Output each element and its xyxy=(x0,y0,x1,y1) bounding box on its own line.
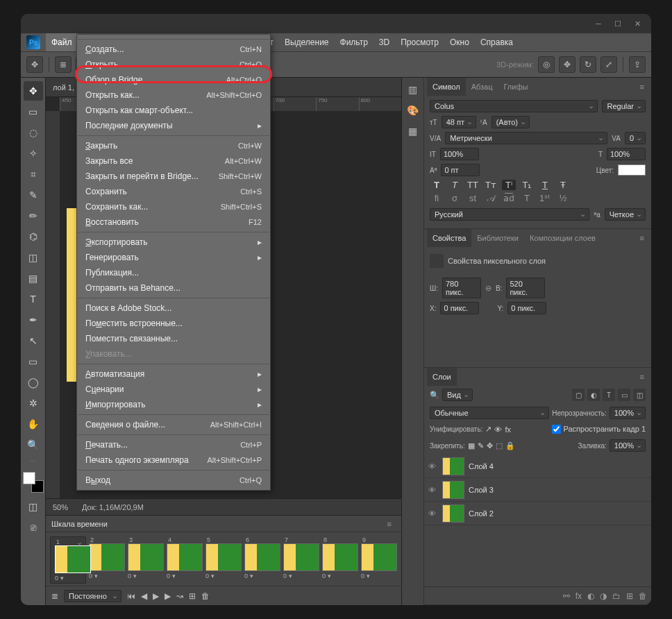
tab-glyphs[interactable]: Глифы xyxy=(498,78,534,96)
lock-trans-icon[interactable]: ▦ xyxy=(468,441,475,450)
menuitem-Сведения о файле...[interactable]: Сведения о файле...Alt+Shift+Ctrl+I xyxy=(77,417,270,432)
panel-menu-icon[interactable]: ≡ xyxy=(636,83,648,91)
zoom-level[interactable]: 50% xyxy=(53,503,68,511)
menuitem-Открыть как...[interactable]: Открыть как...Alt+Shift+Ctrl+O xyxy=(77,87,270,103)
underline-button[interactable]: T xyxy=(538,180,552,190)
menuitem-Автоматизация[interactable]: Автоматизация▸ xyxy=(77,366,270,382)
adjust-icon[interactable]: ◑ xyxy=(600,591,607,601)
lock-paint-icon[interactable]: ✎ xyxy=(478,441,484,450)
move-tool[interactable]: ✥ xyxy=(24,81,43,101)
hand-tool[interactable]: ✋ xyxy=(24,414,43,434)
gradient-tool[interactable]: ▤ xyxy=(24,269,43,288)
screenmode-tool[interactable]: ⎚ xyxy=(24,518,43,537)
vscale-input[interactable]: 100% xyxy=(440,148,479,160)
propagate-checkbox[interactable]: Распространить кадр 1 xyxy=(552,425,646,434)
bold-button[interactable]: T xyxy=(430,180,444,190)
fx-icon[interactable]: fx xyxy=(576,591,582,601)
menuitem-Поместить связанные...[interactable]: Поместить связанные... xyxy=(77,331,270,346)
menuitem-Генерировать[interactable]: Генерировать▸ xyxy=(77,250,270,265)
menuitem-Создать...[interactable]: Создать...Ctrl+N xyxy=(77,42,270,57)
pan-icon[interactable]: ✥ xyxy=(559,56,576,73)
text-color-swatch[interactable] xyxy=(618,164,646,176)
crop-tool[interactable]: ⌗ xyxy=(24,164,43,184)
layer-row[interactable]: 👁Слой 3 xyxy=(424,478,651,502)
move-tool-icon[interactable]: ✥ xyxy=(26,56,43,73)
rect-tool[interactable]: ▭ xyxy=(24,352,43,371)
lang-select[interactable]: Русский xyxy=(430,208,589,221)
font-select[interactable]: Colus xyxy=(430,100,598,112)
menuitem-Экспортировать[interactable]: Экспортировать▸ xyxy=(77,235,270,250)
frame-1[interactable]: 10 ▾ xyxy=(50,536,86,584)
x-input[interactable]: 0 пикс. xyxy=(440,302,479,314)
menuitem-Закрыть и перейти в Bridge...[interactable]: Закрыть и перейти в Bridge...Shift+Ctrl+… xyxy=(77,169,270,184)
first-frame-button[interactable]: ⏮ xyxy=(127,591,135,601)
group-icon[interactable]: 🗀 xyxy=(612,591,621,601)
width-input[interactable]: 780 пикс. xyxy=(442,278,481,298)
menuitem-Выход[interactable]: ВыходCtrl+Q xyxy=(77,473,270,488)
tab-layers[interactable]: Слои xyxy=(427,368,457,386)
filter-shape-icon[interactable]: ▭ xyxy=(618,389,630,401)
panel-menu-icon[interactable]: ≡ xyxy=(636,234,648,242)
height-input[interactable]: 520 пикс. xyxy=(506,278,545,298)
maximize-button[interactable]: ☐ xyxy=(608,14,628,33)
frame-2[interactable]: 20 ▾ xyxy=(89,536,125,579)
frame-8[interactable]: 80 ▾ xyxy=(322,536,358,579)
menu-Окно[interactable]: Окно xyxy=(444,33,475,51)
menuitem-Обзор в Bridge...[interactable]: Обзор в Bridge...Alt+Ctrl+O xyxy=(77,72,270,87)
filter-adjust-icon[interactable]: ◐ xyxy=(587,389,600,401)
custom-tool[interactable]: ✲ xyxy=(24,393,43,413)
menuitem-Поиск в Adobe Stock...[interactable]: Поиск в Adobe Stock... xyxy=(77,300,270,316)
zoom-icon[interactable]: ⤢ xyxy=(600,56,617,73)
lasso-tool[interactable]: ◌ xyxy=(24,123,43,142)
leading-select[interactable]: (Авто) xyxy=(492,116,530,128)
menuitem-Поместить встроенные...[interactable]: Поместить встроенные... xyxy=(77,316,270,331)
tab-layercomps[interactable]: Композиции слоев xyxy=(524,229,601,247)
eraser-tool[interactable]: ◫ xyxy=(24,248,43,267)
next-frame-button[interactable]: ▶ xyxy=(165,591,171,601)
blend-select[interactable]: Обычные xyxy=(430,407,549,419)
tracking-input[interactable]: 0 xyxy=(625,132,646,144)
pen-tool[interactable]: ✒ xyxy=(24,310,43,330)
unify-pos-icon[interactable]: ↗ xyxy=(485,425,492,434)
play-button[interactable]: ▶ xyxy=(153,591,159,601)
text-tool[interactable]: T xyxy=(24,289,43,309)
eyedropper-tool[interactable]: ✎ xyxy=(24,185,43,205)
menu-Справка[interactable]: Справка xyxy=(475,33,519,51)
menuitem-Открыть как смарт-объект...[interactable]: Открыть как смарт-объект... xyxy=(77,103,270,118)
link-layers-icon[interactable]: ⚯ xyxy=(563,591,570,601)
hscale-input[interactable]: 100% xyxy=(607,148,646,160)
layer-row[interactable]: 👁Слой 4 xyxy=(424,455,651,478)
aa-select[interactable]: Четкое xyxy=(605,208,646,221)
share-icon[interactable]: ⇪ xyxy=(629,56,646,73)
menu-Файл[interactable]: Файл xyxy=(46,33,78,51)
filter-pixel-icon[interactable]: ▢ xyxy=(572,389,585,401)
color-icon[interactable]: 🎨 xyxy=(405,103,421,118)
wand-tool[interactable]: ✧ xyxy=(24,144,43,163)
ellipse-tool[interactable]: ◯ xyxy=(24,373,43,392)
visibility-icon[interactable]: 👁 xyxy=(428,509,438,518)
delete-frame-button[interactable]: 🗑 xyxy=(201,591,210,601)
menuitem-Печать одного экземпляра[interactable]: Печать одного экземпляраAlt+Shift+Ctrl+P xyxy=(77,452,270,468)
smallcaps-button[interactable]: Tᴛ xyxy=(484,180,498,190)
fill-input[interactable]: 100% xyxy=(610,439,646,452)
strike-button[interactable]: Ŧ xyxy=(556,180,570,190)
frame-7[interactable]: 70 ▾ xyxy=(283,536,319,579)
menuitem-Публикация...[interactable]: Публикация... xyxy=(77,265,270,280)
frame-4[interactable]: 40 ▾ xyxy=(167,536,203,579)
frame-5[interactable]: 50 ▾ xyxy=(205,536,242,579)
allcaps-button[interactable]: TT xyxy=(466,180,480,190)
opacity-input[interactable]: 100% xyxy=(610,407,646,419)
tab-paragraph[interactable]: Абзац xyxy=(466,78,498,96)
menuitem-Закрыть[interactable]: ЗакрытьCtrl+W xyxy=(77,138,270,153)
menuitem-Сценарии[interactable]: Сценарии▸ xyxy=(77,382,270,397)
zoom-tool[interactable]: 🔍 xyxy=(24,435,43,455)
menuitem-Импортировать[interactable]: Импортировать▸ xyxy=(77,397,270,412)
menuitem-Закрыть все[interactable]: Закрыть всеAlt+Ctrl+W xyxy=(77,153,270,169)
visibility-icon[interactable]: 👁 xyxy=(428,486,438,494)
close-button[interactable]: ✕ xyxy=(628,14,647,33)
layer-row[interactable]: 👁Слой 2 xyxy=(424,502,651,525)
menuitem-Сохранить[interactable]: СохранитьCtrl+S xyxy=(77,184,270,199)
filter-text-icon[interactable]: T xyxy=(603,389,615,401)
menuitem-Сохранить как...[interactable]: Сохранить как...Shift+Ctrl+S xyxy=(77,199,270,214)
mask-icon[interactable]: ◐ xyxy=(587,591,594,601)
